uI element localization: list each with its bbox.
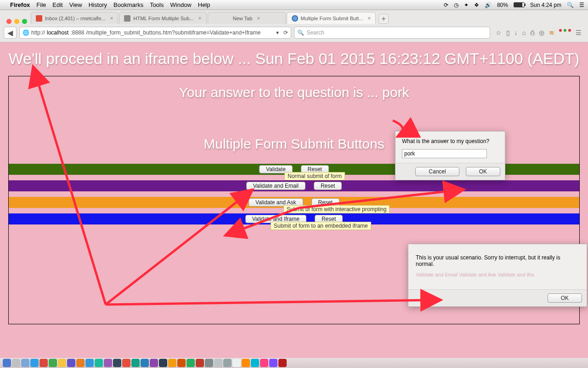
back-button[interactable]: ◀: [4, 27, 17, 39]
menu-tools[interactable]: Tools: [150, 1, 164, 8]
menu-bookmarks[interactable]: Bookmarks: [113, 1, 143, 8]
dock-app-icon[interactable]: [104, 359, 112, 367]
dock-app-icon[interactable]: [58, 359, 66, 367]
tooltip-iframe: Submit of form to an embedded iframe: [271, 222, 371, 230]
dock-app-icon[interactable]: [67, 359, 75, 367]
url-bar[interactable]: 🌐 http://localhost:8888/multiple_form_su…: [19, 27, 291, 39]
dock-app-icon[interactable]: [196, 359, 204, 367]
tab-strip: Inbox (2,401) – rmetcalfe... × HTML Form…: [0, 10, 588, 24]
menu-window[interactable]: Window: [170, 1, 192, 8]
menubar-vol-icon[interactable]: 🔊: [485, 2, 492, 8]
close-window-icon[interactable]: [6, 19, 11, 24]
globe-icon: 🌐: [23, 29, 29, 36]
dock-app-icon[interactable]: [21, 359, 29, 367]
menubar-wifi-icon[interactable]: ❖: [474, 2, 479, 8]
menu-file[interactable]: File: [36, 1, 46, 8]
bookmark-star-icon[interactable]: ☆: [496, 29, 502, 36]
mac-menubar: Firefox File Edit View History Bookmarks…: [0, 0, 588, 10]
tab-inbox[interactable]: Inbox (2,401) – rmetcalfe... ×: [31, 12, 118, 24]
dock-app-icon[interactable]: [251, 359, 259, 367]
dock-app-icon[interactable]: [95, 359, 103, 367]
home-icon[interactable]: ⌂: [522, 29, 526, 36]
dock-app-icon[interactable]: [214, 359, 222, 367]
dock-app-icon[interactable]: [242, 359, 250, 367]
menubar-bt-icon[interactable]: ✦: [464, 2, 469, 8]
close-tab-icon[interactable]: ×: [110, 15, 113, 22]
search-placeholder: Search: [307, 29, 324, 36]
close-tab-icon[interactable]: ×: [257, 15, 260, 22]
alert-ok-button[interactable]: OK: [548, 293, 582, 303]
reset-button[interactable]: Reset: [314, 182, 342, 190]
menubar-clock-icon[interactable]: ◷: [454, 2, 458, 8]
prompt-cancel-button[interactable]: Cancel: [415, 167, 459, 176]
tab-label: New Tab: [233, 16, 253, 21]
reload-icon[interactable]: ⟳: [283, 29, 288, 36]
dock-app-icon[interactable]: [30, 359, 39, 367]
history-dropdown-icon[interactable]: ▾: [276, 29, 279, 36]
zoom-window-icon[interactable]: [22, 19, 27, 24]
js-prompt-dialog: What is the answer to my question? Cance…: [395, 131, 505, 180]
menubar-battery-pct: 80%: [497, 2, 508, 8]
dock-app-icon[interactable]: [85, 359, 94, 367]
new-tab-button[interactable]: +: [379, 14, 389, 24]
target-icon[interactable]: ◎: [539, 29, 544, 36]
dock-app-icon[interactable]: [232, 359, 241, 367]
dock-app-icon[interactable]: [223, 359, 232, 367]
dock-app-icon[interactable]: [49, 359, 57, 367]
clipboard-icon[interactable]: ▯: [506, 29, 510, 36]
hamburger-menu-icon[interactable]: ☰: [576, 29, 582, 36]
tab-label: Inbox (2,401) – rmetcalfe...: [45, 16, 105, 21]
tab-new[interactable]: New Tab ×: [208, 12, 286, 24]
minimize-window-icon[interactable]: [14, 19, 19, 24]
spotlight-icon[interactable]: 🔍: [567, 2, 574, 8]
prompt-ok-button[interactable]: OK: [466, 167, 500, 176]
dock-app-icon[interactable]: [260, 359, 268, 367]
globe-favicon-icon: [292, 15, 298, 22]
color-dots-icon[interactable]: [559, 29, 571, 36]
form-row-iframe: Validate and Iframe Reset Submit of form…: [9, 213, 579, 224]
dock-app-finder-icon[interactable]: [3, 359, 11, 367]
url-port: :8888: [70, 29, 84, 36]
menu-history[interactable]: History: [89, 1, 107, 8]
dock-app-icon[interactable]: [187, 359, 195, 367]
dock-app-icon[interactable]: [141, 359, 149, 367]
dock-app-icon[interactable]: [12, 359, 20, 367]
menubar-sync-icon[interactable]: ⟳: [444, 2, 448, 8]
menu-help[interactable]: Help: [198, 1, 210, 8]
dock-app-icon[interactable]: [150, 359, 158, 367]
close-tab-icon[interactable]: ×: [198, 15, 201, 22]
validate-email-button[interactable]: Validate and Email: [246, 182, 305, 190]
browser-chrome: Inbox (2,401) – rmetcalfe... × HTML Form…: [0, 10, 588, 42]
dock-app-icon[interactable]: [168, 359, 176, 367]
menu-edit[interactable]: Edit: [52, 1, 62, 8]
dock-app-icon[interactable]: [205, 359, 213, 367]
menubar-app-name[interactable]: Firefox: [10, 1, 30, 8]
dock-app-icon[interactable]: [122, 359, 130, 367]
downloads-icon[interactable]: ↓: [514, 29, 518, 36]
form-row-ask: Validate and Ask Reset Submit of form wi…: [9, 197, 579, 208]
dock-app-icon[interactable]: [177, 359, 186, 367]
dock-app-filezilla-icon[interactable]: [278, 359, 287, 367]
tab-multiple-form[interactable]: Multiple Form Submit Butt... ×: [287, 12, 376, 24]
menu-view[interactable]: View: [69, 1, 82, 8]
url-scheme: http://: [31, 29, 45, 36]
window-controls: [3, 19, 31, 24]
toolbar-icons: ☆ ▯ ↓ ⌂ ⎙ ◎ ≋ ☰: [493, 29, 584, 36]
page-body: We'll proceed in an iframe below ... Sun…: [0, 42, 588, 358]
mac-dock[interactable]: [0, 358, 588, 368]
dock-app-icon[interactable]: [131, 359, 140, 367]
battery-icon: [514, 2, 525, 7]
print-icon[interactable]: ⎙: [531, 29, 534, 36]
search-bar[interactable]: 🔍 Search: [294, 27, 490, 39]
dock-app-icon[interactable]: [113, 359, 121, 367]
dock-app-icon[interactable]: [40, 359, 48, 367]
menubar-clock[interactable]: Sun 4:24 pm: [530, 2, 561, 8]
prompt-input[interactable]: [402, 149, 487, 158]
dock-app-icon[interactable]: [269, 359, 277, 367]
close-tab-icon[interactable]: ×: [368, 15, 371, 22]
tab-html-form[interactable]: HTML Form Multiple Sub... ×: [119, 12, 206, 24]
dock-app-icon[interactable]: [76, 359, 85, 367]
feed-icon[interactable]: ≋: [549, 29, 554, 36]
dock-app-icon[interactable]: [159, 359, 167, 367]
notification-center-icon[interactable]: ☰: [579, 2, 584, 8]
